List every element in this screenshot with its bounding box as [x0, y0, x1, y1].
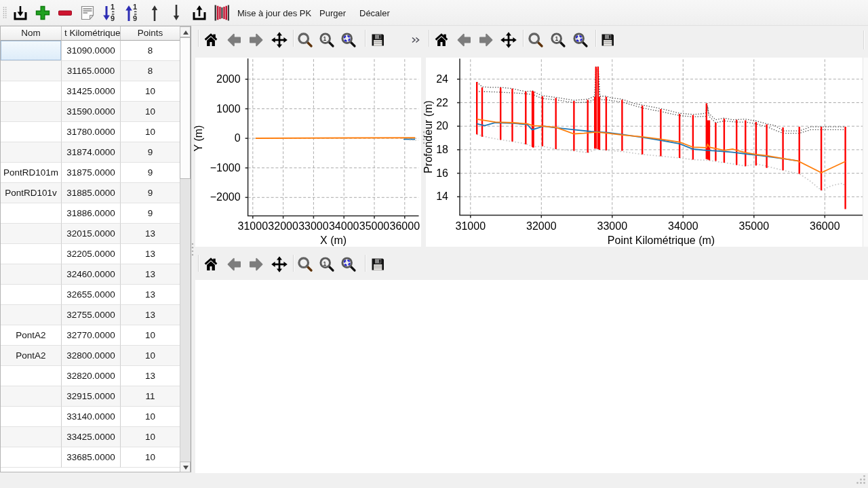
- svg-text:36000: 36000: [390, 220, 420, 232]
- svg-text:0: 0: [235, 132, 241, 144]
- svg-text:14: 14: [436, 190, 448, 202]
- svg-text:X (m): X (m): [320, 235, 347, 246]
- svg-text:36000: 36000: [810, 220, 840, 232]
- svg-text:18: 18: [436, 144, 448, 155]
- svg-text:24: 24: [436, 73, 448, 85]
- svg-text:35000: 35000: [739, 220, 770, 232]
- svg-text:33000: 33000: [298, 220, 329, 232]
- svg-text:34000: 34000: [329, 220, 359, 232]
- svg-text:32000: 32000: [526, 220, 557, 232]
- svg-text:Point Kilométrique (m): Point Kilométrique (m): [608, 235, 715, 246]
- svg-text:Profondeur (m): Profondeur (m): [422, 100, 434, 174]
- svg-text:20: 20: [436, 120, 448, 131]
- svg-text:31000: 31000: [238, 220, 269, 232]
- svg-text:−1000: −1000: [210, 162, 241, 174]
- svg-text:Y (m): Y (m): [193, 125, 204, 152]
- svg-text:16: 16: [436, 167, 448, 179]
- svg-text:34000: 34000: [668, 220, 698, 232]
- svg-text:35000: 35000: [359, 220, 390, 232]
- svg-text:2000: 2000: [216, 73, 241, 85]
- svg-text:22: 22: [436, 97, 448, 108]
- svg-text:−2000: −2000: [210, 191, 241, 203]
- svg-text:31000: 31000: [456, 220, 486, 232]
- svg-text:32000: 32000: [268, 220, 298, 232]
- svg-text:1000: 1000: [216, 103, 241, 115]
- svg-text:33000: 33000: [597, 220, 628, 232]
